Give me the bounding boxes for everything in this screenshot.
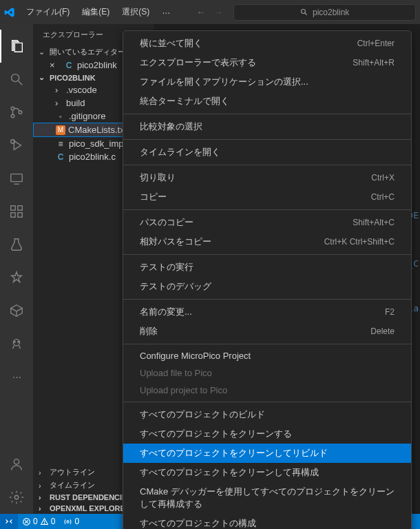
menu-file[interactable]: ファイル(F) (21, 3, 75, 21)
context-menu-label: パスのコピー (140, 216, 193, 229)
context-menu-item[interactable]: すべてのプロジェクトの構成 (123, 514, 411, 529)
context-menu-item[interactable]: ファイルを開くアプリケーションの選択... (123, 72, 411, 92)
svg-point-24 (67, 520, 69, 522)
activity-platformio-icon[interactable] (0, 327, 33, 360)
context-menu-item[interactable]: コピーCtrl+C (123, 187, 411, 207)
activity-explorer-icon[interactable] (0, 30, 33, 63)
context-menu-item[interactable]: 削除Delete (123, 322, 411, 341)
error-icon (22, 517, 31, 526)
svg-point-18 (14, 495, 19, 499)
svg-rect-13 (18, 206, 22, 210)
context-menu-label: 相対パスをコピー (140, 236, 211, 248)
context-menu-shortcut: Ctrl+Enter (357, 39, 395, 48)
activity-account-icon[interactable] (0, 448, 33, 481)
activity-bar: ⋯ (0, 24, 33, 514)
activity-package-icon[interactable] (0, 294, 33, 327)
remote-indicator[interactable] (0, 514, 18, 529)
context-menu-item: Upload file to Pico (123, 364, 411, 382)
svg-rect-12 (18, 213, 22, 217)
context-menu-item[interactable]: すべてのプロジェクトをクリーンして再構成 (123, 463, 411, 482)
activity-test-icon[interactable] (0, 228, 33, 261)
context-menu-shortcut: Shift+Alt+C (353, 218, 395, 227)
context-menu-label: テストの実行 (140, 261, 193, 273)
warning-icon (40, 517, 49, 526)
svg-rect-11 (11, 213, 15, 217)
gitignore-icon: ◦ (55, 112, 66, 121)
svg-point-23 (44, 523, 45, 523)
context-menu-item[interactable]: すべてのプロジェクトをクリーンする (123, 424, 411, 444)
context-menu-separator (123, 254, 411, 255)
context-menu-item[interactable]: パスのコピーShift+Alt+C (123, 213, 411, 232)
context-menu-label: タイムラインを開く (140, 146, 220, 158)
context-menu-item[interactable]: 横に並べて開くCtrl+Enter (123, 34, 411, 53)
menu-more[interactable]: … (156, 3, 176, 21)
titlebar: ファイル(F) 編集(E) 選択(S) … ← → pico2blink (0, 0, 420, 24)
context-menu-item[interactable]: 統合ターミナルで開く (123, 92, 411, 111)
context-menu-separator (123, 114, 411, 114)
context-menu-item[interactable]: 相対パスをコピーCtrl+K Ctrl+Shift+C (123, 232, 411, 251)
menu-selection[interactable]: 選択(S) (116, 3, 155, 21)
search-icon (300, 8, 308, 17)
activity-auto-icon[interactable] (0, 261, 33, 294)
menu-bar: ファイル(F) 編集(E) 選択(S) … (21, 3, 176, 21)
activity-debug-icon[interactable] (0, 129, 33, 162)
context-menu-item[interactable]: タイムラインを開く (123, 143, 411, 162)
activity-more-icon[interactable]: ⋯ (0, 360, 33, 393)
context-menu-label: Upload project to Pico (140, 385, 227, 395)
context-menu-separator (123, 165, 411, 165)
c-file-icon: C (55, 152, 66, 162)
activity-settings-icon[interactable] (0, 481, 33, 514)
context-menu-item[interactable]: 比較対象の選択 (123, 117, 411, 136)
svg-point-0 (301, 9, 305, 13)
svg-rect-10 (11, 206, 15, 210)
context-menu-label: 名前の変更... (140, 306, 192, 318)
svg-point-16 (18, 341, 19, 342)
chevron-right-icon: › (39, 468, 47, 477)
nav-back-icon[interactable]: ← (196, 7, 205, 17)
svg-line-1 (305, 12, 307, 14)
search-text: pico2blink (313, 8, 349, 17)
activity-extensions-icon[interactable] (0, 195, 33, 228)
context-menu-label: テストのデバッグ (140, 280, 211, 293)
status-ports[interactable]: 0 (59, 517, 83, 526)
context-menu-item[interactable]: 名前の変更...F2 (123, 302, 411, 322)
text-file-icon: ≡ (55, 139, 66, 149)
svg-point-2 (12, 74, 19, 82)
nav-arrows: ← → (196, 7, 222, 17)
vscode-icon (4, 7, 15, 18)
context-menu-label: すべてのプロジェクトをクリーンして再構成 (140, 466, 319, 479)
activity-search-icon[interactable] (0, 63, 33, 96)
context-menu-item[interactable]: Configure MicroPico Project (123, 347, 411, 364)
context-menu-item[interactable]: 切り取りCtrl+X (123, 168, 411, 187)
chevron-right-icon: › (39, 504, 47, 512)
nav-forward-icon[interactable]: → (213, 7, 222, 17)
context-menu-item[interactable]: テストの実行 (123, 258, 411, 277)
status-errors[interactable]: 0 0 (18, 517, 59, 526)
command-center[interactable]: pico2blink (233, 4, 416, 21)
chevron-down-icon: ⌄ (39, 73, 47, 82)
menu-edit[interactable]: 編集(E) (76, 3, 115, 21)
context-menu-shortcut: Ctrl+C (371, 192, 395, 202)
context-menu-separator (123, 402, 411, 402)
context-menu-item[interactable]: すべてのプロジェクトのビルド (123, 405, 411, 424)
svg-point-6 (19, 111, 22, 114)
context-menu-label: Configure MicroPico Project (140, 351, 251, 361)
context-menu-separator (123, 209, 411, 210)
context-menu-separator (123, 299, 411, 300)
context-menu-shortcut: F2 (385, 307, 395, 317)
activity-remote-icon[interactable] (0, 162, 33, 195)
context-menu-item[interactable]: エクスプローラーで表示するShift+Alt+R (123, 53, 411, 72)
activity-scm-icon[interactable] (0, 96, 33, 129)
context-menu-item[interactable]: すべてのプロジェクトをクリーンしてリビルド (123, 444, 411, 463)
svg-point-15 (14, 341, 15, 342)
svg-line-3 (19, 81, 23, 85)
context-menu-label: ファイルを開くアプリケーションの選択... (140, 76, 308, 88)
context-menu-label: 統合ターミナルで開く (140, 95, 229, 107)
chevron-down-icon: ⌄ (39, 48, 47, 56)
context-menu-label: 削除 (140, 325, 158, 338)
c-file-icon: C (63, 61, 74, 70)
close-icon[interactable]: × (50, 60, 61, 70)
context-menu-item[interactable]: CMake デバッガーを使用してすべてのプロジェクトをクリーンして再構成する (123, 482, 411, 514)
context-menu-label: コピー (140, 191, 167, 203)
context-menu-item[interactable]: テストのデバッグ (123, 277, 411, 296)
